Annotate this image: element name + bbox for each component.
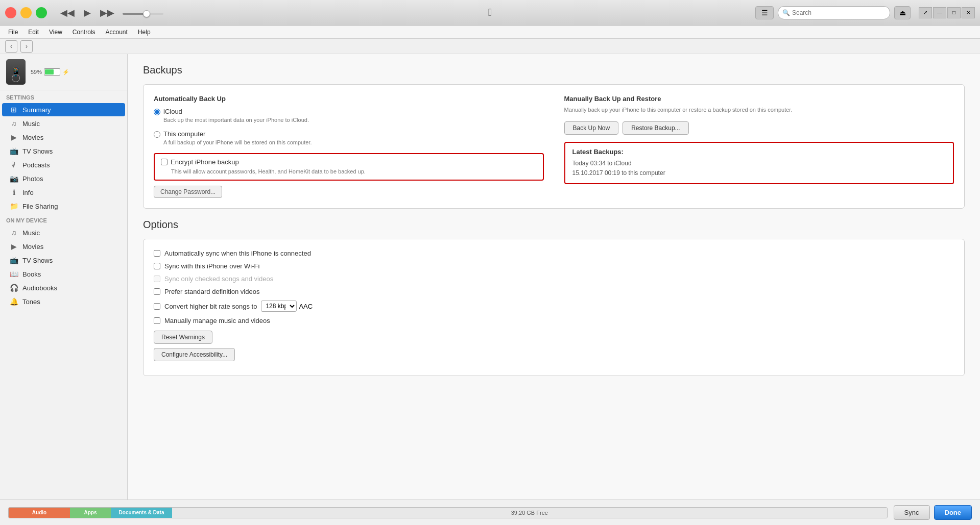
std-def-label: Prefer standard definition videos bbox=[164, 288, 259, 295]
menu-account[interactable]: Account bbox=[102, 28, 132, 37]
restore-backup-button[interactable]: Restore Backup... bbox=[623, 121, 688, 135]
reset-warnings-button[interactable]: Reset Warnings bbox=[154, 331, 212, 344]
sidebar-item-movies[interactable]: ▶ Movies bbox=[2, 131, 125, 144]
sidebar-item-tv-shows-device[interactable]: 📺 TV Shows bbox=[2, 254, 125, 267]
books-device-icon: 📖 bbox=[9, 270, 18, 278]
sidebar-item-photos[interactable]: 📷 Photos bbox=[2, 172, 125, 185]
this-computer-radio[interactable] bbox=[154, 131, 160, 138]
apps-segment: Apps bbox=[70, 508, 111, 518]
sidebar-item-label: Photos bbox=[22, 175, 43, 183]
auto-sync-checkbox[interactable] bbox=[154, 250, 160, 257]
back-arrow[interactable]: ‹ bbox=[5, 40, 17, 53]
volume-slider[interactable] bbox=[123, 9, 163, 16]
sidebar-item-info[interactable]: ℹ Info bbox=[2, 186, 125, 199]
menu-edit[interactable]: Edit bbox=[24, 28, 43, 37]
options-title: Options bbox=[143, 219, 965, 231]
bit-rate-format: AAC bbox=[299, 303, 313, 310]
list-view-button[interactable]: ☰ bbox=[755, 6, 774, 19]
manually-back-title: Manually Back Up and Restore bbox=[564, 95, 954, 103]
title-bar: ◀◀ ▶ ▶▶  ☰ 🔍 ⏏ ⤢ — □ ✕ bbox=[0, 0, 980, 26]
options-container: Automatically sync when this iPhone is c… bbox=[143, 239, 965, 376]
encrypt-checkbox[interactable] bbox=[161, 159, 168, 165]
battery-bar bbox=[44, 68, 60, 76]
file-sharing-icon: 📁 bbox=[9, 202, 18, 210]
maximize-button[interactable] bbox=[36, 7, 47, 18]
latest-backups-box: Latest Backups: Today 03:34 to iCloud 15… bbox=[564, 142, 954, 184]
prev-button[interactable]: ◀◀ bbox=[57, 6, 78, 19]
audiobooks-device-icon: 🎧 bbox=[9, 284, 18, 292]
window-controls bbox=[5, 7, 47, 18]
eject-button[interactable]: ⏏ bbox=[894, 6, 911, 19]
backup-right: Manually Back Up and Restore Manually ba… bbox=[564, 95, 954, 198]
sidebar-item-tones-device[interactable]: 🔔 Tones bbox=[2, 295, 125, 308]
bottom-bar: Audio Apps Documents & Data 39,20 GB Fre… bbox=[0, 499, 980, 525]
summary-icon: ⊞ bbox=[9, 106, 18, 114]
wifi-sync-checkbox[interactable] bbox=[154, 263, 160, 269]
win-min-button[interactable]: — bbox=[933, 7, 946, 18]
sidebar-item-audiobooks-device[interactable]: 🎧 Audiobooks bbox=[2, 281, 125, 294]
sidebar-item-tv-shows[interactable]: 📺 TV Shows bbox=[2, 144, 125, 158]
next-button[interactable]: ▶▶ bbox=[97, 6, 117, 19]
sidebar-item-movies-device[interactable]: ▶ Movies bbox=[2, 240, 125, 253]
sidebar-item-books-device[interactable]: 📖 Books bbox=[2, 267, 125, 281]
sidebar-item-podcasts[interactable]: 🎙 Podcasts bbox=[2, 158, 125, 171]
sidebar-item-label: Books bbox=[22, 270, 41, 278]
this-computer-label: This computer bbox=[163, 130, 312, 138]
checked-songs-checkbox[interactable] bbox=[154, 276, 160, 282]
audio-segment: Audio bbox=[9, 508, 70, 518]
win-close-button[interactable]: ✕ bbox=[962, 7, 975, 18]
encrypt-desc: This will allow account passwords, Healt… bbox=[171, 168, 537, 176]
sidebar-item-label: TV Shows bbox=[22, 147, 53, 155]
action-buttons: Reset Warnings Configure Accessibility..… bbox=[154, 331, 954, 365]
battery-area: 59% ⚡ bbox=[31, 68, 121, 76]
sidebar-item-label: Podcasts bbox=[22, 161, 50, 169]
sync-button[interactable]: Sync bbox=[894, 505, 930, 520]
icloud-option: iCloud Back up the most important data o… bbox=[154, 108, 544, 124]
movies-device-icon: ▶ bbox=[9, 242, 18, 251]
storage-bar: Audio Apps Documents & Data 39,20 GB Fre… bbox=[8, 507, 888, 518]
sidebar-item-label: Movies bbox=[22, 243, 43, 251]
free-space: 39,20 GB Free bbox=[172, 508, 887, 518]
close-button[interactable] bbox=[5, 7, 16, 18]
menu-help[interactable]: Help bbox=[134, 28, 155, 37]
bit-rate-checkbox[interactable] bbox=[154, 303, 160, 310]
change-password-button[interactable]: Change Password... bbox=[154, 186, 222, 198]
movies-icon: ▶ bbox=[9, 133, 18, 141]
forward-arrow[interactable]: › bbox=[20, 40, 33, 53]
sidebar-item-label: Music bbox=[22, 229, 40, 237]
search-input[interactable] bbox=[792, 9, 886, 16]
sidebar-item-file-sharing[interactable]: 📁 File Sharing bbox=[2, 199, 125, 213]
sidebar-item-music[interactable]: ♫ Music bbox=[2, 117, 125, 130]
icloud-radio[interactable] bbox=[154, 109, 160, 115]
backup-container: Automatically Back Up iCloud Back up the… bbox=[143, 84, 965, 209]
latest-icloud-entry: Today 03:34 to iCloud bbox=[572, 159, 946, 168]
configure-accessibility-button[interactable]: Configure Accessibility... bbox=[154, 348, 235, 361]
menu-controls[interactable]: Controls bbox=[68, 28, 100, 37]
menu-view[interactable]: View bbox=[45, 28, 66, 37]
encrypt-box: Encrypt iPhone backup This will allow ac… bbox=[154, 153, 544, 181]
on-device-section-label: On My Device bbox=[0, 213, 127, 226]
sidebar-item-summary[interactable]: ⊞ Summary bbox=[2, 103, 125, 116]
play-button[interactable]: ▶ bbox=[81, 6, 94, 19]
search-box: 🔍 bbox=[778, 6, 890, 19]
volume-range[interactable] bbox=[123, 13, 163, 15]
sidebar-item-label: Music bbox=[22, 120, 40, 128]
battery-charging-icon: ⚡ bbox=[62, 69, 69, 76]
std-def-checkbox[interactable] bbox=[154, 288, 160, 295]
done-button[interactable]: Done bbox=[934, 505, 972, 520]
backup-columns: Automatically Back Up iCloud Back up the… bbox=[154, 95, 954, 198]
main-layout: 📱 59% ⚡ Settings ⊞ Summary ♫ Music ▶ bbox=[0, 54, 980, 499]
tones-device-icon: 🔔 bbox=[9, 297, 18, 306]
manual-manage-option: Manually manage music and videos bbox=[154, 317, 954, 324]
manually-back-desc: Manually back up your iPhone to this com… bbox=[564, 106, 954, 114]
back-up-now-button[interactable]: Back Up Now bbox=[564, 121, 619, 135]
minimize-button[interactable] bbox=[20, 7, 32, 18]
win-max-button[interactable]: □ bbox=[947, 7, 961, 18]
sidebar-item-music-device[interactable]: ♫ Music bbox=[2, 226, 125, 239]
bit-rate-dropdown[interactable]: 128 kbps 192 kbps 256 kbps bbox=[261, 301, 297, 312]
menu-file[interactable]: File bbox=[4, 28, 22, 37]
manual-manage-checkbox[interactable] bbox=[154, 317, 160, 324]
win-expand-button[interactable]: ⤢ bbox=[919, 7, 932, 18]
sidebar-item-label: Summary bbox=[22, 106, 51, 114]
device-icon: 📱 bbox=[6, 59, 26, 85]
